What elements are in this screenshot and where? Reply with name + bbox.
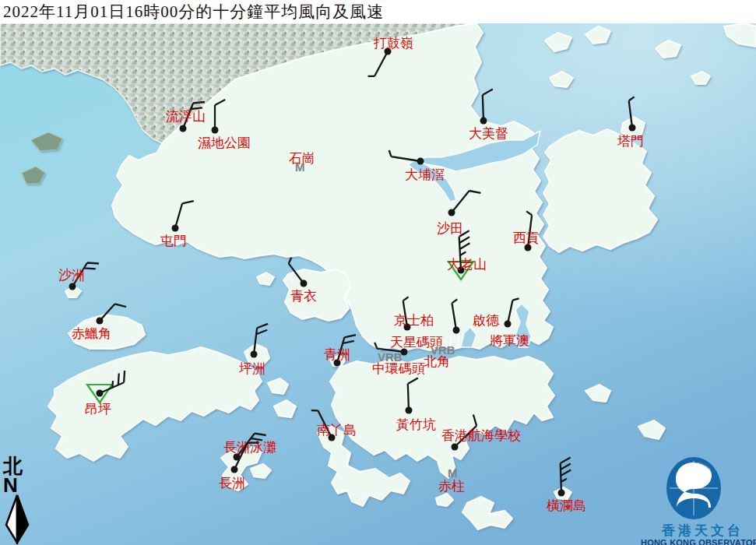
station-label: 青洲 [324,347,350,362]
wind-barb-icon [100,371,125,393]
station-label: 大美督 [469,126,508,141]
station-dot [251,351,258,358]
station-3: 濕地公園 [198,100,251,150]
station-17: 青洲 [324,335,356,366]
station-dot [453,327,460,334]
station-dot [180,125,187,132]
station-label: 坪洲 [239,361,265,376]
station-11: 大老山 [447,230,487,280]
station-label: 長洲 [219,476,245,490]
station-dot [231,466,238,473]
wind-barb-icon [215,100,225,130]
station-label: 昂坪 [85,402,111,417]
station-label: 赤柱 [438,479,465,494]
station-label: 沙田 [437,221,463,236]
wind-barb-icon [629,97,635,128]
compass-north-letter: N [3,476,34,494]
wind-barb-icon [483,90,493,121]
hko-logo-icon [638,455,756,520]
station-label: 中環碼頭 [372,361,425,376]
wind-barb-icon [368,51,388,76]
station-8: 屯門 [160,201,194,248]
station-18: 京士柏 [394,297,434,330]
wind-barb-icon [452,299,458,330]
station-dot [69,283,76,290]
station-label: 屯門 [160,234,187,248]
station-dot [417,158,424,165]
station-1: 打鼓嶺 [368,36,413,76]
station-30: 橫瀾島 [547,458,586,514]
station-status: M [448,466,458,480]
station-24: 黃竹坑 [396,378,436,433]
station-6: 塔門 [617,97,644,149]
wind-barb-icon [561,458,571,494]
station-label: 赤鱲角 [72,326,111,341]
station-label: 塔門 [617,134,644,149]
station-label: 石崗 [289,151,315,166]
station-label: 濕地公園 [198,135,251,150]
station-label: 西貢 [513,230,540,245]
station-14: 青衣 [289,258,317,304]
station-26: 香港航海學校 [441,415,521,451]
station-dot [301,280,308,287]
station-dot [505,321,512,328]
hko-name-chinese: 香港天文台 [638,524,756,538]
station-label: 橫瀾島 [547,498,586,513]
station-19: 啟德 [452,299,501,333]
station-label: 京士柏 [394,313,434,328]
wind-barb-icon [389,150,420,161]
north-arrow-icon [3,494,31,544]
station-2: 流浮山 [166,102,206,132]
wind-barb-icon [100,304,126,321]
station-16: 昂坪 [85,371,125,417]
station-label: 黃竹坑 [396,417,436,432]
station-dot [448,209,455,216]
hko-logo: 香港天文台 HONG KONG OBSERVATORY [638,455,756,545]
wind-barb-icon [408,378,418,411]
station-label: 大老山 [447,257,487,272]
station-label: 打鼓嶺 [373,36,413,51]
wind-barb-icon [452,191,480,213]
station-12: 沙洲 [58,263,99,290]
station-29: M赤柱 [438,466,465,494]
station-22: VRB中環碼頭 [372,350,425,376]
station-dot [172,225,179,232]
station-label: 香港航海學校 [441,428,521,443]
station-9: 沙田 [437,191,480,236]
station-label: 北角 [424,354,450,369]
wind-barb-icon [175,201,194,228]
station-4: M石崗 [289,151,315,174]
station-label: 啟德 [473,313,500,328]
north-compass: 北 N [3,456,34,545]
station-dot [480,118,487,125]
map-title: 2022年11月01日16時00分的十分鐘平均風向及風速 [0,1,384,23]
wind-barb-icon [508,298,519,324]
station-13: 赤鱲角 [72,304,126,341]
wind-map-screen: 打鼓嶺流浮山濕地公園M石崗大美督塔門大埔滘屯門沙田西貢大老山沙洲赤鱲角青衣坪洲昂… [0,0,756,545]
title-bar: 2022年11月01日16時00分的十分鐘平均風向及風速 [0,0,756,23]
station-dot [97,318,104,325]
station-dot [629,125,636,132]
station-dot [97,390,104,397]
station-label: 將軍澳 [490,333,529,348]
station-15: 坪洲 [239,324,268,376]
station-dot [406,407,413,414]
station-dot [558,490,565,497]
station-label: 流浮山 [166,109,206,124]
wind-barb-icon [254,324,268,354]
wind-barb-icon [289,258,304,283]
station-label: 沙洲 [58,268,85,283]
hko-name-english: HONG KONG OBSERVATORY [638,538,756,545]
station-10: 西貢 [513,211,540,251]
station-label: 青衣 [290,289,317,304]
station-label: 南丫島 [317,423,357,438]
station-7: 大埔滘 [389,150,445,182]
station-label: 大埔滘 [405,167,445,182]
station-5: 大美督 [469,90,508,142]
station-dot [212,127,219,134]
station-dot [452,444,459,451]
station-27: 長洲泳灘 [223,434,276,461]
station-25: 南丫島 [311,410,357,441]
